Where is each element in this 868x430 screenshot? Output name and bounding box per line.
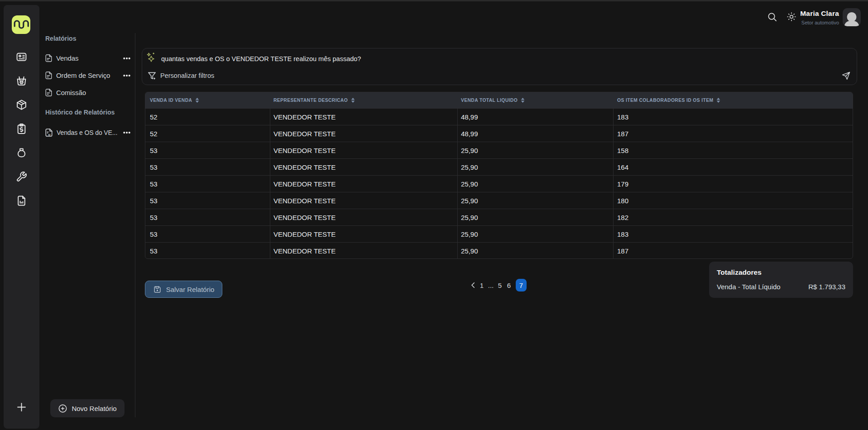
svg-text:AI: AI [48, 134, 51, 136]
